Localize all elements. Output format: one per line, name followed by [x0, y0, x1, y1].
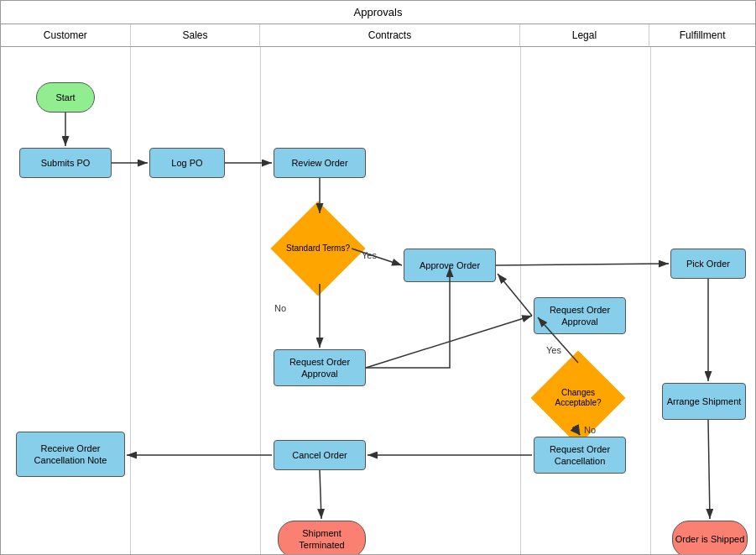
- svg-line-16: [708, 420, 710, 519]
- svg-line-10: [366, 316, 532, 368]
- header-legal: Legal: [520, 24, 650, 46]
- no-label-1: No: [274, 303, 286, 313]
- swimlanes-body: Start Submits PO Log PO Review Order Sta…: [1, 47, 755, 554]
- order-is-shipped-node: Order is Shipped: [672, 521, 748, 555]
- changes-acceptable-node: Changes Acceptable?: [530, 350, 625, 445]
- standard-terms-node: Standard Terms?: [270, 201, 365, 296]
- diagram-container: Approvals Customer Sales Contracts Legal…: [0, 0, 756, 555]
- request-order-cancellation-node: Request Order Cancellation: [534, 437, 626, 474]
- yes-label-1: Yes: [362, 250, 377, 260]
- svg-line-14: [320, 470, 321, 519]
- log-po-node: Log PO: [149, 148, 225, 178]
- nodes-layer: Start Submits PO Log PO Review Order Sta…: [1, 47, 755, 554]
- svg-line-7: [496, 264, 669, 265]
- header-fulfillment: Fulfillment: [649, 24, 755, 46]
- submits-po-node: Submits PO: [19, 148, 112, 178]
- swimlane-headers: Customer Sales Contracts Legal Fulfillme…: [1, 24, 755, 47]
- svg-line-8: [498, 274, 532, 316]
- arrows-svg: Yes No Yes: [1, 47, 755, 554]
- header-customer: Customer: [1, 24, 131, 46]
- request-order-approval-contracts-node: Request Order Approval: [274, 349, 366, 386]
- pick-order-node: Pick Order: [670, 249, 746, 279]
- receive-cancellation-note-node: Receive Order Cancellation Note: [16, 432, 125, 477]
- header-contracts: Contracts: [260, 24, 519, 46]
- approve-order-node: Approve Order: [404, 249, 496, 282]
- review-order-node: Review Order: [274, 148, 366, 178]
- cancel-order-node: Cancel Order: [274, 440, 366, 470]
- arrange-shipment-node: Arrange Shipment: [662, 383, 746, 420]
- yes-label-2: Yes: [546, 345, 561, 355]
- shipment-terminated-node: Shipment Terminated: [278, 521, 366, 555]
- start-node: Start: [36, 82, 95, 113]
- header-sales: Sales: [131, 24, 261, 46]
- diagram-title: Approvals: [1, 1, 755, 24]
- request-order-approval-legal-node: Request Order Approval: [534, 297, 626, 334]
